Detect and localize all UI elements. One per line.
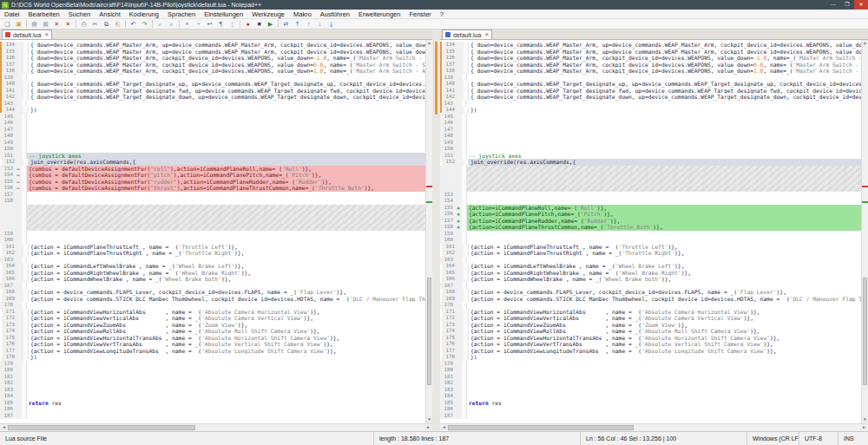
tab-default-lua-right[interactable]: default.lua ✕ bbox=[442, 29, 492, 39]
hscroll-thumb[interactable] bbox=[8, 425, 195, 430]
code-line[interactable]: 145 bbox=[0, 114, 425, 121]
code-line[interactable]: 176{action = iCommandViewVertTransAbs , … bbox=[440, 341, 861, 348]
code-line[interactable]: 157+{action=iCommandPlaneRudder,name=_('… bbox=[440, 218, 861, 225]
code-line[interactable]: 184 bbox=[440, 393, 861, 400]
code-line[interactable]: 170 bbox=[0, 302, 425, 309]
code-line[interactable]: 149 bbox=[440, 140, 861, 147]
code-line[interactable]: 137{ down=device_commands.WEAP_Master_Ar… bbox=[440, 62, 861, 69]
code-line[interactable]: 155−{combos = defaultDeviceAssignmentFor… bbox=[0, 179, 425, 186]
code-line[interactable]: 156+{action=iCommandPlanePitch,name=_('P… bbox=[440, 211, 861, 218]
code-line[interactable]: 161{action = iCommandPlaneThrustLeft , n… bbox=[0, 244, 425, 251]
new-file-icon[interactable]: ❑ bbox=[3, 20, 12, 29]
scroll-up-icon[interactable]: ▲ bbox=[426, 40, 432, 47]
code-line[interactable] bbox=[0, 218, 425, 225]
code-line[interactable] bbox=[440, 179, 861, 186]
tab-close-icon[interactable]: ✕ bbox=[44, 32, 49, 37]
code-line[interactable]: 165{action = iCommandRightWheelBrake , n… bbox=[0, 270, 425, 277]
code-line[interactable]: 134{ down=device_commands.WEAP_Master_Ar… bbox=[0, 42, 425, 49]
code-line[interactable]: 141{ down=device_commands.WEAP_Target_de… bbox=[0, 88, 425, 95]
scroll-left-icon[interactable]: ◄ bbox=[440, 424, 448, 431]
tab-close-icon[interactable]: ✕ bbox=[484, 32, 489, 37]
undo-icon[interactable]: ↶ bbox=[128, 20, 138, 29]
hscroll-thumb[interactable] bbox=[448, 425, 634, 430]
compare-next-diff-icon[interactable]: ↓ bbox=[315, 20, 325, 29]
code-line[interactable]: 177{action = iCommandViewLongitudeTransA… bbox=[440, 348, 861, 355]
close-button[interactable]: ✕ bbox=[854, 0, 868, 10]
code-line[interactable]: 166{action = iCommandWheelBrake , name =… bbox=[0, 276, 425, 283]
code-line[interactable] bbox=[440, 172, 861, 179]
code-line[interactable]: 138{ down=device_commands.WEAP_Master_Ar… bbox=[0, 68, 425, 75]
code-line[interactable]: 182 bbox=[0, 380, 425, 387]
print-icon[interactable]: ⎙ bbox=[79, 20, 89, 29]
scroll-left-icon[interactable]: ◄ bbox=[0, 424, 8, 431]
minimize-button[interactable]: — bbox=[826, 0, 840, 10]
horizontal-scrollbar-left[interactable]: ◄ ► bbox=[0, 423, 432, 431]
code-line[interactable]: 149 bbox=[0, 140, 425, 147]
horizontal-scrollbar-right[interactable]: ◄ ► bbox=[440, 423, 868, 431]
scroll-down-icon[interactable]: ▼ bbox=[862, 416, 868, 423]
code-line[interactable] bbox=[0, 205, 425, 212]
menu-item-ausfhren[interactable]: Ausführen bbox=[316, 10, 354, 19]
code-line[interactable]: 158+{action=iCommandPlaneThrustCommon,na… bbox=[440, 224, 861, 231]
code-line[interactable]: 172{action = iCommandViewVerticalAbs , n… bbox=[0, 315, 425, 322]
compare-first-diff-icon[interactable]: ⤒ bbox=[293, 20, 302, 29]
code-line[interactable]: 186 bbox=[0, 406, 425, 413]
replace-icon[interactable]: ⌕ bbox=[167, 20, 176, 29]
code-line[interactable]: 155+{action=iCommandPlaneRoll,name=_('Ro… bbox=[440, 205, 861, 212]
code-line[interactable]: 174{action = iCommandViewRollAbs , name … bbox=[0, 328, 425, 335]
code-line[interactable]: 147 bbox=[440, 127, 861, 134]
code-line[interactable]: 134{ down=device_commands.WEAP_Master_Ar… bbox=[440, 42, 861, 49]
menu-item-werkzeuge[interactable]: Werkzeuge bbox=[247, 10, 289, 19]
code-line[interactable] bbox=[0, 224, 425, 231]
menu-item-datei[interactable]: Datei bbox=[0, 10, 24, 19]
menu-item-ansicht[interactable]: Ansicht bbox=[95, 10, 125, 19]
scroll-up-icon[interactable]: ▲ bbox=[862, 40, 868, 47]
code-line[interactable]: 160 bbox=[0, 237, 425, 244]
menu-item-kodierung[interactable]: Kodierung bbox=[125, 10, 163, 19]
code-line[interactable]: 162{action = iCommandPlaneThrustRight , … bbox=[0, 250, 425, 257]
code-line[interactable]: 185return res bbox=[0, 400, 425, 407]
code-line[interactable]: 145 bbox=[440, 114, 861, 121]
pane-splitter[interactable] bbox=[432, 29, 440, 431]
code-line[interactable]: 147 bbox=[0, 127, 425, 134]
scrollbar-thumb[interactable] bbox=[427, 278, 431, 385]
code-line[interactable]: 181 bbox=[440, 374, 861, 381]
code-line[interactable]: 138{ down=device_commands.WEAP_Master_Ar… bbox=[440, 68, 861, 75]
code-line[interactable]: 142{ down=device_commands.WEAP_Target_de… bbox=[440, 94, 861, 101]
code-line[interactable]: 181 bbox=[0, 374, 425, 381]
code-line[interactable]: 159 bbox=[440, 231, 861, 238]
code-line[interactable] bbox=[440, 166, 861, 173]
code-line[interactable]: 169{action = device_commands.STICK_DLC_M… bbox=[0, 296, 425, 303]
stop-macro-icon[interactable]: ■ bbox=[254, 20, 264, 29]
code-line[interactable]: 164{action = iCommandLeftWheelBrake , na… bbox=[440, 263, 861, 270]
code-line[interactable]: 177{action = iCommandViewLongitudeTransA… bbox=[0, 348, 425, 355]
code-line[interactable]: 154 bbox=[440, 198, 861, 205]
code-line[interactable]: 148 bbox=[0, 133, 425, 140]
status-encoding[interactable]: UTF-8 bbox=[799, 432, 838, 445]
close-all-docs-icon[interactable]: ✕ bbox=[63, 20, 73, 29]
code-line[interactable]: 185return res bbox=[440, 400, 861, 407]
code-line[interactable]: 166{action = iCommandWheelBrake , name =… bbox=[440, 276, 861, 283]
find-icon[interactable]: ⌕ bbox=[155, 20, 165, 29]
code-line[interactable]: 160 bbox=[440, 237, 861, 244]
code-line[interactable]: 171{action = iCommandViewHorizontalAbs ,… bbox=[440, 309, 861, 316]
code-line[interactable]: 184 bbox=[0, 393, 425, 400]
scroll-right-icon[interactable]: ► bbox=[860, 424, 868, 431]
zoom-out-icon[interactable]: − bbox=[194, 20, 203, 29]
code-line[interactable]: 183 bbox=[0, 387, 425, 394]
code-line[interactable]: 169{action = device_commands.STICK_DLC_M… bbox=[440, 296, 861, 303]
code-line[interactable]: 178}) bbox=[440, 354, 861, 361]
code-line[interactable]: 179 bbox=[0, 361, 425, 368]
code-line[interactable]: 161{action = iCommandPlaneThrustLeft , n… bbox=[440, 244, 861, 251]
redo-icon[interactable]: ↷ bbox=[140, 20, 149, 29]
code-line[interactable]: 153 bbox=[440, 192, 861, 199]
tab-default-lua-left[interactable]: default.lua ✕ bbox=[2, 29, 52, 39]
code-line[interactable]: 158 bbox=[0, 198, 425, 205]
zoom-in-icon[interactable]: + bbox=[182, 20, 192, 29]
code-line[interactable]: 170 bbox=[440, 302, 861, 309]
compare-prev-diff-icon[interactable]: ↑ bbox=[304, 20, 313, 29]
code-line[interactable]: 151-- joystick axes bbox=[440, 153, 861, 160]
code-line[interactable]: 187 bbox=[440, 413, 861, 420]
code-line[interactable]: 143 bbox=[0, 101, 425, 108]
code-line[interactable]: 187 bbox=[0, 413, 425, 420]
